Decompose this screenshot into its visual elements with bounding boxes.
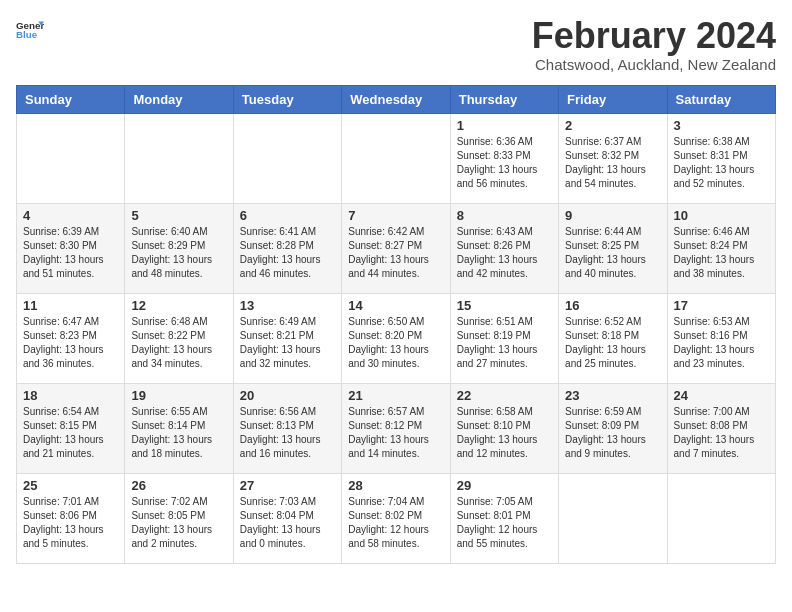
title-section: February 2024 Chatswood, Auckland, New Z… [532,16,776,73]
day-number: 7 [348,208,443,223]
calendar-cell: 23Sunrise: 6:59 AMSunset: 8:09 PMDayligh… [559,383,667,473]
day-info-text: Daylight: 13 hours and 21 minutes. [23,433,118,461]
day-number: 5 [131,208,226,223]
calendar-cell: 9Sunrise: 6:44 AMSunset: 8:25 PMDaylight… [559,203,667,293]
day-info-text: Sunset: 8:16 PM [674,329,769,343]
calendar: SundayMondayTuesdayWednesdayThursdayFrid… [16,85,776,564]
day-info-text: Sunrise: 6:56 AM [240,405,335,419]
day-number: 16 [565,298,660,313]
day-number: 8 [457,208,552,223]
day-info-text: Sunset: 8:29 PM [131,239,226,253]
day-number: 15 [457,298,552,313]
calendar-week-5: 25Sunrise: 7:01 AMSunset: 8:06 PMDayligh… [17,473,776,563]
calendar-cell: 21Sunrise: 6:57 AMSunset: 8:12 PMDayligh… [342,383,450,473]
calendar-cell [233,113,341,203]
subtitle: Chatswood, Auckland, New Zealand [532,56,776,73]
calendar-cell: 12Sunrise: 6:48 AMSunset: 8:22 PMDayligh… [125,293,233,383]
logo-icon: General Blue [16,16,44,44]
day-info-text: Sunset: 8:08 PM [674,419,769,433]
day-info-text: Daylight: 13 hours and 23 minutes. [674,343,769,371]
day-info-text: Sunset: 8:31 PM [674,149,769,163]
day-info-text: Sunrise: 6:38 AM [674,135,769,149]
calendar-cell: 14Sunrise: 6:50 AMSunset: 8:20 PMDayligh… [342,293,450,383]
main-title: February 2024 [532,16,776,56]
calendar-cell: 8Sunrise: 6:43 AMSunset: 8:26 PMDaylight… [450,203,558,293]
day-info-text: Daylight: 13 hours and 52 minutes. [674,163,769,191]
calendar-cell: 15Sunrise: 6:51 AMSunset: 8:19 PMDayligh… [450,293,558,383]
day-info-text: Sunset: 8:19 PM [457,329,552,343]
day-info-text: Daylight: 13 hours and 38 minutes. [674,253,769,281]
calendar-cell: 18Sunrise: 6:54 AMSunset: 8:15 PMDayligh… [17,383,125,473]
calendar-week-4: 18Sunrise: 6:54 AMSunset: 8:15 PMDayligh… [17,383,776,473]
calendar-cell [667,473,775,563]
day-number: 24 [674,388,769,403]
day-info-text: Sunrise: 6:51 AM [457,315,552,329]
calendar-cell [17,113,125,203]
day-info-text: Sunrise: 6:57 AM [348,405,443,419]
day-info-text: Sunset: 8:30 PM [23,239,118,253]
day-info-text: Daylight: 13 hours and 46 minutes. [240,253,335,281]
day-header-saturday: Saturday [667,85,775,113]
day-info-text: Sunset: 8:33 PM [457,149,552,163]
day-number: 25 [23,478,118,493]
day-info-text: Sunrise: 6:43 AM [457,225,552,239]
calendar-cell: 22Sunrise: 6:58 AMSunset: 8:10 PMDayligh… [450,383,558,473]
day-number: 13 [240,298,335,313]
day-info-text: Sunrise: 7:03 AM [240,495,335,509]
calendar-cell: 16Sunrise: 6:52 AMSunset: 8:18 PMDayligh… [559,293,667,383]
day-number: 6 [240,208,335,223]
day-number: 11 [23,298,118,313]
day-info-text: Sunset: 8:14 PM [131,419,226,433]
calendar-cell: 1Sunrise: 6:36 AMSunset: 8:33 PMDaylight… [450,113,558,203]
day-info-text: Sunset: 8:26 PM [457,239,552,253]
day-number: 9 [565,208,660,223]
day-info-text: Sunset: 8:04 PM [240,509,335,523]
day-info-text: Daylight: 13 hours and 51 minutes. [23,253,118,281]
calendar-cell: 3Sunrise: 6:38 AMSunset: 8:31 PMDaylight… [667,113,775,203]
day-info-text: Sunrise: 6:46 AM [674,225,769,239]
day-number: 29 [457,478,552,493]
day-info-text: Sunset: 8:24 PM [674,239,769,253]
calendar-cell: 28Sunrise: 7:04 AMSunset: 8:02 PMDayligh… [342,473,450,563]
day-info-text: Sunrise: 6:47 AM [23,315,118,329]
day-header-monday: Monday [125,85,233,113]
day-info-text: Sunrise: 7:00 AM [674,405,769,419]
calendar-cell: 2Sunrise: 6:37 AMSunset: 8:32 PMDaylight… [559,113,667,203]
day-info-text: Sunset: 8:10 PM [457,419,552,433]
day-info-text: Sunset: 8:23 PM [23,329,118,343]
day-info-text: Daylight: 13 hours and 40 minutes. [565,253,660,281]
calendar-cell [559,473,667,563]
day-info-text: Daylight: 12 hours and 58 minutes. [348,523,443,551]
day-info-text: Sunrise: 6:55 AM [131,405,226,419]
day-info-text: Daylight: 13 hours and 56 minutes. [457,163,552,191]
day-info-text: Sunrise: 7:04 AM [348,495,443,509]
day-number: 23 [565,388,660,403]
calendar-week-1: 1Sunrise: 6:36 AMSunset: 8:33 PMDaylight… [17,113,776,203]
day-info-text: Sunrise: 6:50 AM [348,315,443,329]
day-info-text: Sunrise: 6:36 AM [457,135,552,149]
day-number: 14 [348,298,443,313]
day-info-text: Daylight: 13 hours and 30 minutes. [348,343,443,371]
day-info-text: Sunset: 8:32 PM [565,149,660,163]
day-info-text: Sunrise: 6:44 AM [565,225,660,239]
day-info-text: Sunset: 8:21 PM [240,329,335,343]
day-info-text: Daylight: 13 hours and 18 minutes. [131,433,226,461]
day-number: 10 [674,208,769,223]
day-header-friday: Friday [559,85,667,113]
calendar-week-3: 11Sunrise: 6:47 AMSunset: 8:23 PMDayligh… [17,293,776,383]
calendar-cell: 10Sunrise: 6:46 AMSunset: 8:24 PMDayligh… [667,203,775,293]
day-info-text: Daylight: 13 hours and 27 minutes. [457,343,552,371]
calendar-cell: 27Sunrise: 7:03 AMSunset: 8:04 PMDayligh… [233,473,341,563]
day-number: 17 [674,298,769,313]
day-info-text: Sunrise: 6:54 AM [23,405,118,419]
day-number: 1 [457,118,552,133]
calendar-cell: 20Sunrise: 6:56 AMSunset: 8:13 PMDayligh… [233,383,341,473]
calendar-cell: 5Sunrise: 6:40 AMSunset: 8:29 PMDaylight… [125,203,233,293]
day-info-text: Sunset: 8:15 PM [23,419,118,433]
day-info-text: Sunrise: 7:05 AM [457,495,552,509]
day-info-text: Sunset: 8:01 PM [457,509,552,523]
header: General Blue February 2024 Chatswood, Au… [16,16,776,73]
day-number: 18 [23,388,118,403]
day-number: 21 [348,388,443,403]
day-info-text: Sunrise: 7:01 AM [23,495,118,509]
